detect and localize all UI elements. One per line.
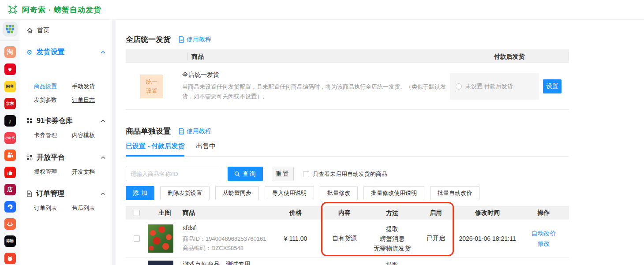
product-content: 自有货源 (320, 235, 369, 243)
weidian-icon[interactable]: 店 (4, 184, 16, 195)
add-button[interactable]: 添加 (126, 186, 154, 200)
import-instructions-button[interactable]: 导入使用说明 (265, 186, 314, 200)
product-table: 主图 商品 价格 内容 方法 启用 修改时间 操作 sfdsf 商品ID：194… (126, 206, 569, 265)
sidebar-item-home[interactable]: 首页 (26, 26, 105, 35)
gear-icon: ⚙ (26, 49, 32, 56)
product-tabs: 已设置 - 付款后发货 出售中 (126, 142, 569, 157)
filter-checkbox[interactable] (303, 171, 309, 177)
column-main-image: 主图 (148, 209, 182, 217)
query-button[interactable]: 查询 (228, 167, 263, 181)
platform-icon-rail: 淘 ♥ 闲鱼 京东 ♪ 小红书 店 得物 (0, 20, 20, 265)
table-row: 游戏点值商品，测试专用 提取 (126, 258, 569, 265)
doc-icon (179, 36, 184, 43)
individual-tutorial-link[interactable]: 使用教程 (179, 127, 211, 135)
rail-divider (0, 41, 20, 41)
column-modified-time: 修改时间 (457, 209, 518, 217)
app-header: 阿奇索 · 螃蟹自动发货 (0, 0, 644, 20)
set-button[interactable]: 设置 (543, 79, 562, 93)
chevron-up-icon[interactable] (101, 51, 105, 54)
sync-from-crab-button[interactable]: 从螃蟹同步 (215, 186, 259, 200)
bulk-auto-reprice-button[interactable]: 批量自动改价 (430, 186, 479, 200)
crab-logo-icon (7, 4, 19, 15)
auto-reprice-link[interactable]: 自动改价 (518, 228, 569, 239)
sidebar-group-card-warehouse[interactable]: 91卡券仓库 (26, 116, 105, 126)
product-price: ¥ 111.00 (271, 235, 320, 242)
grid-icon (26, 118, 33, 124)
column-product: 商品 (187, 52, 450, 60)
search-icon (234, 171, 240, 177)
modified-time: 2026-01-06 18:21:11 (457, 235, 518, 242)
bulk-edit-button[interactable]: 批量修改 (320, 186, 358, 200)
edit-link[interactable]: 修改 (518, 239, 569, 249)
app-grid-icon[interactable] (4, 23, 16, 35)
unified-delivery-table: 商品 付款后发货 统一 设置 全店统一发货 当商品未设置任何发货配置，且未配置任… (126, 49, 569, 110)
row-checkbox[interactable] (134, 235, 140, 242)
unified-table-header: 商品 付款后发货 (126, 49, 569, 63)
document-icon (26, 190, 32, 197)
unified-delivery-row: 统一 设置 全店统一发货 当商品未设置任何发货配置，且未配置任何商品编码时，将为… (126, 63, 569, 110)
sidebar: 首页 ⚙ 发货设置 商品设置 手动发货 发货参数 订单日志 91卡券仓库 卡券管… (21, 20, 111, 265)
kuaishou-icon[interactable] (4, 149, 16, 161)
unified-tutorial-link[interactable]: 使用教程 (179, 36, 211, 44)
filter-checkbox-label[interactable]: 只查看未启用自动发货的商品 (313, 170, 387, 178)
app-title: 阿奇索 · 螃蟹自动发货 (22, 5, 101, 15)
layout-gap (112, 20, 116, 265)
unified-row-title: 全店统一发货 (182, 71, 447, 79)
bulk-edit-instructions-button[interactable]: 批量修改使用说明 (363, 186, 424, 200)
heart-app-icon[interactable]: ♥ (4, 63, 16, 75)
method-line: 螃蟹消息 (369, 234, 415, 243)
product-code: 商品编码：DZCXS8548 (183, 243, 271, 253)
dewu-icon[interactable]: 得物 (4, 235, 16, 247)
sidebar-item-manual-delivery[interactable]: 手动发货 (72, 82, 97, 91)
sidebar-item-card-management[interactable]: 卡券管理 (34, 131, 59, 140)
mascot-app-icon[interactable] (4, 253, 16, 264)
chevron-up-icon[interactable] (101, 192, 105, 195)
xiaohongshu-icon[interactable]: 小红书 (4, 132, 16, 144)
column-enabled: 启用 (415, 209, 457, 217)
jingdong-icon[interactable]: 京东 (4, 98, 16, 109)
select-all-checkbox[interactable] (134, 210, 140, 216)
smiley-app-icon[interactable] (4, 218, 16, 230)
douyin-icon[interactable]: ♪ (4, 115, 16, 127)
swirl-app-icon[interactable] (4, 201, 16, 213)
sidebar-item-delivery-params[interactable]: 发货参数 (34, 96, 59, 105)
tab-on-sale[interactable]: 出售中 (196, 142, 216, 156)
reset-button[interactable]: 重置 (272, 167, 294, 181)
enabled-status: 已开启 (415, 235, 457, 243)
chevron-up-icon[interactable] (101, 119, 105, 123)
blocks-icon (26, 154, 33, 160)
sidebar-item-auth-management[interactable]: 授权管理 (34, 168, 59, 177)
unified-section-header: 全店统一发货 使用教程 (126, 34, 211, 45)
status-text: 未设置 付款后发货 (465, 82, 513, 90)
column-product: 商品 (182, 209, 271, 217)
main-content: 全店统一发货 使用教程 商品 付款后发货 统一 设置 全店统一发货 当商品未设置… (116, 20, 644, 265)
method-line: 提取 (369, 260, 415, 265)
search-input[interactable] (126, 167, 219, 181)
xianyu-icon[interactable]: 闲鱼 (4, 81, 16, 92)
sidebar-group-open-platform[interactable]: 开放平台 (26, 153, 105, 162)
status-radio[interactable] (456, 83, 462, 90)
product-image (148, 224, 173, 253)
sidebar-item-order-list[interactable]: 订单列表 (34, 204, 59, 213)
sidebar-item-dev-docs[interactable]: 开发文档 (72, 168, 97, 177)
search-bar: 查询 重置 只查看未启用自动发货的商品 (126, 167, 387, 181)
column-method: 方法 (369, 208, 415, 218)
sidebar-item-aftersale-list[interactable]: 售后列表 (72, 204, 97, 213)
individual-section-title: 商品单独设置 (126, 126, 171, 136)
taobao-icon[interactable]: 淘 (4, 46, 16, 58)
table-row: sfdsf 商品ID：1940048968253760161 商品编码：DZCX… (126, 220, 569, 258)
chevron-up-icon[interactable] (101, 156, 105, 159)
sidebar-item-product-settings[interactable]: 商品设置 (34, 82, 59, 91)
unified-settings-badge: 统一 设置 (140, 75, 163, 98)
thumbs-up-icon[interactable] (4, 167, 16, 178)
sidebar-group-delivery-settings[interactable]: ⚙ 发货设置 (26, 47, 105, 57)
column-after-payment: 付款后发货 (450, 52, 569, 60)
sidebar-group-order-management[interactable]: 订单管理 (26, 189, 105, 198)
delete-delivery-settings-button[interactable]: 删除发货设置 (160, 186, 210, 200)
method-line: 无需物流发货 (369, 243, 415, 253)
tab-configured-after-payment[interactable]: 已设置 - 付款后发货 (126, 142, 184, 157)
product-id: 商品ID：1940048968253760161 (183, 234, 271, 243)
sidebar-item-content-template[interactable]: 内容模板 (72, 131, 97, 140)
product-table-header: 主图 商品 价格 内容 方法 启用 修改时间 操作 (126, 206, 569, 220)
sidebar-item-order-log[interactable]: 订单日志 (72, 96, 97, 105)
